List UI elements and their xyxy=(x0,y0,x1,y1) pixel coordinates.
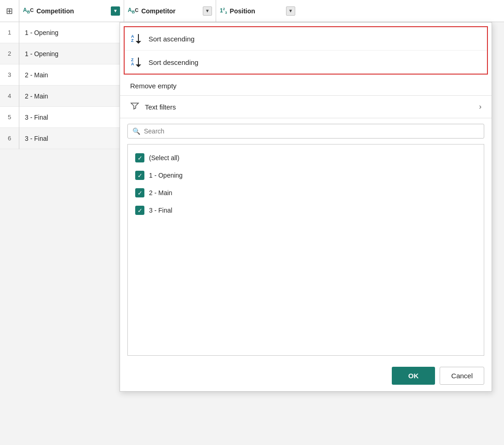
table-row: 4 2 - Main xyxy=(0,86,124,107)
remove-empty-label: Remove empty xyxy=(130,82,177,90)
competition-dropdown-button[interactable]: ▼ xyxy=(111,6,120,16)
sort-descending-icon: Z A xyxy=(131,56,143,68)
row-number: 5 xyxy=(0,107,19,128)
row-number: 2 xyxy=(0,43,19,64)
competitor-column-header: ABC Competitor ▼ xyxy=(124,0,216,22)
table-header-row: ⊞ ABC Competition ▼ ABC Competitor ▼ 123… xyxy=(0,0,504,22)
checkbox-final-label: 3 - Final xyxy=(149,207,172,214)
text-filters-item[interactable]: Text filters › xyxy=(120,96,492,118)
row-cell: 3 - Final xyxy=(19,114,54,121)
row-cell: 1 - Opening xyxy=(19,50,64,58)
grid-icon: ⊞ xyxy=(6,6,13,16)
num-icon: 123 xyxy=(220,7,227,15)
competition-column-header: ABC Competition ▼ xyxy=(19,0,124,22)
sort-ascending-item[interactable]: A Z Sort ascending xyxy=(125,27,487,50)
row-cell: 1 - Opening xyxy=(19,29,64,36)
row-cell: 3 - Final xyxy=(19,135,54,142)
abc-icon-2: ABC xyxy=(128,7,138,14)
competitor-dropdown-arrow: ▼ xyxy=(205,8,210,13)
text-filters-label: Text filters xyxy=(145,103,176,111)
table-row: 1 1 - Opening xyxy=(0,22,124,43)
checkbox-item-main[interactable]: ✓ 2 - Main xyxy=(128,184,484,202)
checkbox-main: ✓ xyxy=(135,188,144,197)
checkbox-main-label: 2 - Main xyxy=(149,189,172,196)
button-row: OK Cancel xyxy=(120,360,492,391)
position-column-header: 123 Position ▼ xyxy=(216,0,299,22)
checkbox-item-select-all[interactable]: ✓ (Select all) xyxy=(128,149,484,167)
checkmark-icon: ✓ xyxy=(137,173,143,179)
table-row: 3 2 - Main xyxy=(0,64,124,86)
checkbox-item-final[interactable]: ✓ 3 - Final xyxy=(128,202,484,219)
row-cell: 2 - Main xyxy=(19,92,54,100)
row-number: 3 xyxy=(0,64,19,86)
svg-marker-7 xyxy=(136,64,141,67)
cancel-button[interactable]: Cancel xyxy=(440,367,484,385)
checkmark-icon: ✓ xyxy=(137,208,143,214)
position-dropdown-button[interactable]: ▼ xyxy=(286,6,295,16)
checkmark-icon: ✓ xyxy=(137,155,143,161)
table-body: 1 1 - Opening 2 1 - Opening 3 2 - Main 4… xyxy=(0,22,124,149)
search-box: 🔍 xyxy=(127,124,484,139)
svg-text:Z: Z xyxy=(131,38,134,43)
ok-button[interactable]: OK xyxy=(392,367,435,385)
remove-empty-item[interactable]: Remove empty xyxy=(120,76,492,95)
checkmark-icon: ✓ xyxy=(137,190,143,196)
search-container: 🔍 xyxy=(120,118,492,144)
filter-icon xyxy=(130,101,139,112)
sort-ascending-icon: A Z xyxy=(131,33,143,45)
grid-icon-cell: ⊞ xyxy=(0,0,19,22)
checkbox-select-all: ✓ xyxy=(135,153,144,162)
table-row: 5 3 - Final xyxy=(0,107,124,128)
checkbox-opening-label: 1 - Opening xyxy=(149,172,183,179)
sort-descending-item[interactable]: Z A Sort descending xyxy=(125,50,487,74)
search-input[interactable] xyxy=(144,127,479,135)
checkbox-item-opening[interactable]: ✓ 1 - Opening xyxy=(128,167,484,184)
competitor-dropdown-button[interactable]: ▼ xyxy=(203,6,212,16)
sort-ascending-label: Sort ascending xyxy=(149,35,195,43)
competition-column-label: Competition xyxy=(36,7,74,15)
competition-dropdown-arrow: ▼ xyxy=(113,8,118,13)
row-number: 4 xyxy=(0,86,19,107)
row-number: 1 xyxy=(0,22,19,43)
table-row: 2 1 - Opening xyxy=(0,43,124,64)
sort-descending-label: Sort descending xyxy=(149,58,198,66)
row-number: 6 xyxy=(0,128,19,149)
abc-icon: ABC xyxy=(23,7,34,14)
row-cell: 2 - Main xyxy=(19,71,54,79)
text-filters-arrow: › xyxy=(479,103,481,111)
position-dropdown-arrow: ▼ xyxy=(288,8,293,13)
sort-highlight-box: A Z Sort ascending Z A Sort descending xyxy=(124,26,488,75)
search-icon: 🔍 xyxy=(132,127,140,135)
competitor-column-label: Competitor xyxy=(141,7,176,15)
svg-marker-3 xyxy=(136,41,141,44)
checkbox-list: ✓ (Select all) ✓ 1 - Opening ✓ 2 - Main … xyxy=(127,144,484,356)
table-row: 6 3 - Final xyxy=(0,128,124,149)
checkbox-select-all-label: (Select all) xyxy=(149,154,179,162)
dropdown-panel: A Z Sort ascending Z A Sort descending xyxy=(120,22,492,392)
checkbox-final: ✓ xyxy=(135,206,144,215)
svg-text:A: A xyxy=(131,62,134,66)
position-column-label: Position xyxy=(230,7,255,15)
checkbox-opening: ✓ xyxy=(135,171,144,180)
